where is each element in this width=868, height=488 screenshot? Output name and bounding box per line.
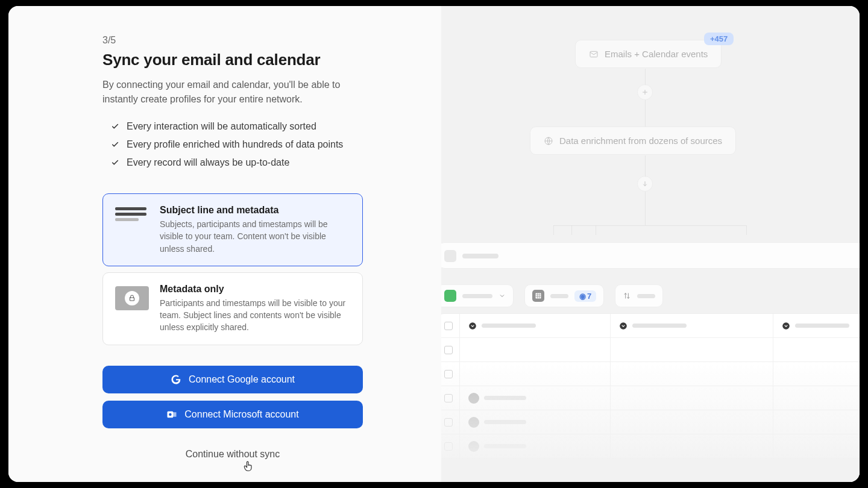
arrow-down-node-icon xyxy=(637,176,653,192)
globe-icon xyxy=(544,136,553,146)
outlook-icon xyxy=(166,409,177,420)
emails-calendar-pill: Emails + Calendar events xyxy=(575,40,722,68)
button-label: Connect Microsoft account xyxy=(184,409,298,420)
right-panel-preview: Emails + Calendar events +457 Data enric… xyxy=(441,6,860,482)
checklist-item: Every interaction will be automatically … xyxy=(102,117,363,136)
text-lines-icon xyxy=(115,207,149,231)
checklist-item: Every record will always be up-to-date xyxy=(102,154,363,172)
chevron-down-icon xyxy=(498,292,506,299)
onboarding-frame: 3/5 Sync your email and calendar By conn… xyxy=(8,6,860,482)
toolbar-chip: ◉7 xyxy=(524,284,604,307)
branch-connectors xyxy=(553,217,746,241)
green-square-icon xyxy=(444,290,456,302)
sort-icon xyxy=(623,292,631,300)
preview-table xyxy=(441,313,860,459)
count-badge: +457 xyxy=(704,33,734,45)
checklist-text: Every interaction will be automatically … xyxy=(127,121,316,132)
pill-label: Data enrichment from dozens of sources xyxy=(559,136,722,146)
svg-rect-1 xyxy=(172,412,177,417)
page-title: Sync your email and calendar xyxy=(102,51,363,69)
svg-rect-3 xyxy=(590,51,597,57)
chevron-down-icon xyxy=(782,322,790,330)
plus-node-icon xyxy=(637,84,653,100)
checklist: Every interaction will be automatically … xyxy=(102,117,363,172)
lock-card-icon xyxy=(115,286,149,310)
check-icon xyxy=(111,140,119,149)
checkbox-icon xyxy=(444,322,453,330)
option-title: Subject line and metadata xyxy=(160,205,350,216)
svg-point-2 xyxy=(169,413,172,416)
check-icon xyxy=(111,158,119,167)
cursor-hand-icon xyxy=(242,460,254,473)
page-subtext: By connecting your email and calendar, y… xyxy=(102,78,363,107)
connect-google-button[interactable]: Connect Google account xyxy=(102,366,363,393)
button-label: Continue without sync xyxy=(186,449,280,460)
toolbar-chip xyxy=(615,284,663,307)
option-subject-metadata[interactable]: Subject line and metadata Subjects, part… xyxy=(102,193,363,266)
svg-rect-5 xyxy=(536,293,541,299)
svg-point-6 xyxy=(469,322,476,330)
svg-point-8 xyxy=(782,322,790,330)
pill-label: Emails + Calendar events xyxy=(605,49,708,59)
svg-point-7 xyxy=(620,322,627,330)
button-label: Connect Google account xyxy=(189,374,295,385)
preview-header-card xyxy=(441,242,860,269)
continue-without-sync-button[interactable]: Continue without sync xyxy=(102,440,363,468)
checklist-text: Every profile enriched with hundreds of … xyxy=(127,139,343,150)
mail-icon xyxy=(589,49,599,59)
preview-toolbar: ◉7 xyxy=(441,284,860,307)
chevron-down-icon xyxy=(468,322,477,330)
chevron-down-icon xyxy=(619,322,627,330)
data-enrichment-pill: Data enrichment from dozens of sources xyxy=(530,127,736,155)
checklist-text: Every record will always be up-to-date xyxy=(127,157,289,168)
option-desc: Participants and timestamps will be visi… xyxy=(160,297,350,334)
checklist-item: Every profile enriched with hundreds of … xyxy=(102,136,363,154)
left-panel: 3/5 Sync your email and calendar By conn… xyxy=(8,6,441,482)
visible-count-badge: ◉7 xyxy=(574,290,596,302)
step-indicator: 3/5 xyxy=(102,35,363,46)
google-icon xyxy=(171,374,181,385)
check-icon xyxy=(111,122,119,131)
grid-icon xyxy=(532,290,544,302)
toolbar-chip xyxy=(441,284,514,307)
option-desc: Subjects, participants and timestamps wi… xyxy=(160,218,350,255)
connect-microsoft-button[interactable]: Connect Microsoft account xyxy=(102,401,363,428)
option-metadata-only[interactable]: Metadata only Participants and timestamp… xyxy=(102,272,363,345)
option-title: Metadata only xyxy=(160,284,350,295)
lock-icon xyxy=(128,295,136,302)
